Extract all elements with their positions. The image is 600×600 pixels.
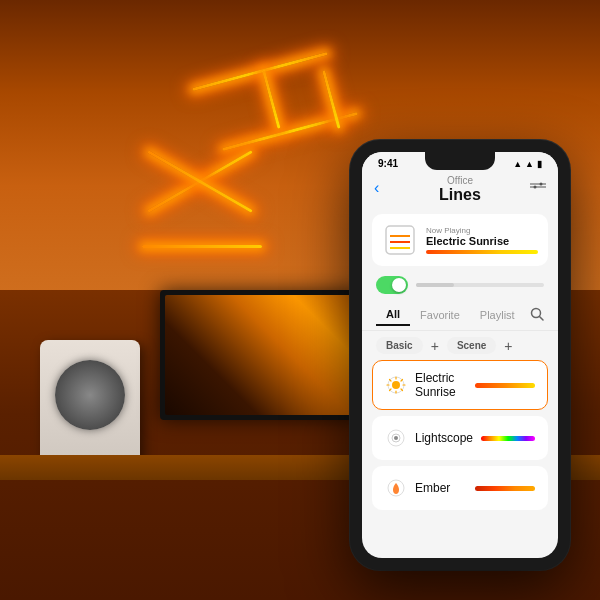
- phone-screen: 9:41 ▲ ▲ ▮ ‹ Office Lines: [362, 152, 558, 558]
- status-time: 9:41: [378, 158, 398, 169]
- now-playing-card: Now Playing Electric Sunrise: [372, 214, 548, 266]
- category-scene[interactable]: Scene: [447, 337, 496, 354]
- scene-gradient-lightscope: [481, 436, 535, 441]
- led-line-7: [142, 245, 262, 248]
- app-header: ‹ Office Lines: [362, 171, 558, 210]
- header-location: Office: [376, 175, 544, 186]
- svg-rect-4: [386, 226, 414, 254]
- now-playing-bar: [426, 250, 538, 254]
- svg-point-11: [392, 381, 400, 389]
- scene-list: Electric Sunrise Lightscope: [362, 360, 558, 510]
- monitor-screen: [165, 295, 355, 415]
- scene-name-lightscope: Lightscope: [415, 431, 473, 445]
- now-playing-label: Now Playing: [426, 226, 538, 235]
- scene-item-lightscope[interactable]: Lightscope: [372, 416, 548, 460]
- scene-gradient-sunrise: [475, 383, 535, 388]
- scene-icon-sunrise: [385, 374, 407, 396]
- now-playing-info: Now Playing Electric Sunrise: [426, 226, 538, 254]
- battery-icon: ▮: [537, 159, 542, 169]
- svg-point-14: [394, 436, 398, 440]
- scene-item-electric-sunrise[interactable]: Electric Sunrise: [372, 360, 548, 410]
- scene-icon-lightscope: [385, 427, 407, 449]
- filter-icon: [530, 179, 546, 195]
- scene-icon-ember: [385, 477, 407, 499]
- svg-line-9: [540, 316, 544, 320]
- search-icon: [530, 307, 544, 321]
- phone-frame: 9:41 ▲ ▲ ▮ ‹ Office Lines: [350, 140, 570, 570]
- phone-notch: [425, 152, 495, 170]
- now-playing-title: Electric Sunrise: [426, 235, 538, 247]
- category-basic[interactable]: Basic: [376, 337, 423, 354]
- monitor: [160, 290, 360, 420]
- led-line-1: [192, 52, 328, 91]
- tab-all[interactable]: All: [376, 304, 410, 326]
- back-button[interactable]: ‹: [374, 179, 379, 197]
- tab-playlist[interactable]: Playlist: [470, 305, 525, 325]
- tabs-row: All Favorite Playlist: [362, 300, 558, 331]
- filter-button[interactable]: [530, 179, 546, 198]
- led-wall-art: [80, 30, 360, 250]
- add-scene-button[interactable]: +: [504, 338, 512, 354]
- wifi-icon: ▲: [525, 159, 534, 169]
- led-line-3: [262, 70, 280, 129]
- scene-name-ember: Ember: [415, 481, 467, 495]
- add-basic-button[interactable]: +: [431, 338, 439, 354]
- category-row: Basic + Scene +: [362, 331, 558, 360]
- power-toggle[interactable]: [376, 276, 408, 294]
- speaker: [40, 340, 140, 460]
- header-title: Lines: [376, 186, 544, 204]
- scene-gradient-ember: [475, 486, 535, 491]
- brightness-slider[interactable]: [416, 283, 544, 287]
- controls-row: [362, 270, 558, 300]
- status-icons: ▲ ▲ ▮: [513, 159, 542, 169]
- search-button[interactable]: [530, 307, 544, 324]
- tab-favorite[interactable]: Favorite: [410, 305, 470, 325]
- scene-item-ember[interactable]: Ember: [372, 466, 548, 510]
- now-playing-icon: [382, 222, 418, 258]
- scene-name-electric-sunrise: Electric Sunrise: [415, 371, 467, 399]
- phone: 9:41 ▲ ▲ ▮ ‹ Office Lines: [350, 140, 570, 570]
- signal-icon: ▲: [513, 159, 522, 169]
